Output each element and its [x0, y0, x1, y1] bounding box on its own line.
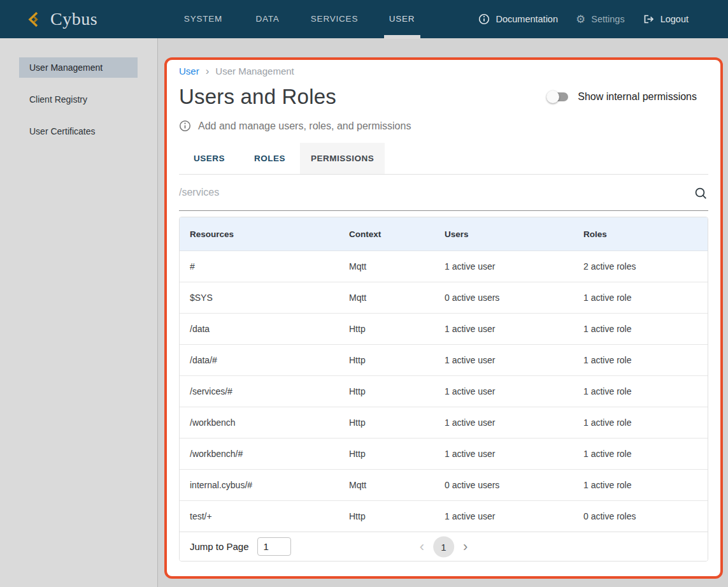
table-row[interactable]: /data Http 1 active user 1 active role: [180, 314, 708, 345]
cell-roles: 1 active role: [583, 417, 708, 428]
cell-resource: internal.cybus/#: [190, 480, 349, 490]
navbar-actions: Documentation ⚙ Settings Logout: [478, 0, 689, 38]
cell-context: Http: [349, 449, 445, 459]
permissions-table: Resources Context Users Roles # Mqtt 1 a…: [179, 217, 708, 562]
cell-users: 1 active user: [445, 511, 583, 521]
sidebar-item-client-registry[interactable]: Client Registry: [19, 89, 138, 110]
cell-resource: /workbench: [190, 417, 349, 428]
documentation-button[interactable]: Documentation: [478, 13, 558, 25]
cell-roles: 1 active role: [583, 293, 708, 303]
search-bar: [179, 175, 708, 211]
tab-roles[interactable]: ROLES: [239, 143, 300, 174]
top-navbar: Cybus SYSTEM DATA SERVICES USER Document…: [0, 0, 728, 38]
tab-permissions[interactable]: PERMISSIONS: [300, 143, 385, 174]
brand[interactable]: Cybus: [27, 0, 97, 38]
breadcrumb-link-user[interactable]: User: [179, 66, 199, 76]
cell-context: Http: [349, 417, 445, 428]
nav-item-services[interactable]: SERVICES: [311, 0, 358, 38]
search-icon[interactable]: [694, 187, 708, 200]
column-header-context: Context: [349, 229, 445, 239]
pagination: ‹ 1 ›: [420, 536, 468, 557]
cell-users: 0 active users: [445, 293, 583, 303]
column-header-users: Users: [445, 229, 583, 239]
cell-context: Mqtt: [349, 261, 445, 272]
toggle-label: Show internal permissions: [578, 91, 697, 103]
table-row[interactable]: test/+ Http 1 active user 0 active roles: [180, 501, 708, 532]
cell-resource: $SYS: [190, 293, 349, 303]
cell-roles: 1 active role: [583, 355, 708, 365]
table-footer: Jump to Page ‹ 1 ›: [180, 532, 708, 561]
sidebar-item-user-certificates[interactable]: User Certificates: [19, 121, 138, 141]
settings-label: Settings: [591, 14, 624, 24]
cell-users: 1 active user: [445, 449, 583, 459]
show-internal-permissions-toggle[interactable]: [546, 91, 569, 103]
cell-users: 1 active user: [445, 417, 583, 428]
jump-to-page-input[interactable]: [257, 537, 291, 556]
table-row[interactable]: /workbench Http 1 active user 1 active r…: [180, 407, 708, 438]
breadcrumb-current: User Management: [215, 66, 294, 76]
documentation-label: Documentation: [496, 14, 558, 24]
cell-resource: /workbench/#: [190, 449, 349, 459]
table-row[interactable]: /services/# Http 1 active user 1 active …: [180, 376, 708, 407]
gear-icon: ⚙: [576, 14, 585, 25]
main-content-panel: User › User Management Users and Roles S…: [164, 57, 723, 579]
info-icon: [478, 13, 490, 25]
table-row[interactable]: internal.cybus/# Mqtt 0 active users 1 a…: [180, 470, 708, 501]
table-header-row: Resources Context Users Roles: [180, 217, 708, 251]
page-description-row: Add and manage users, roles, and permiss…: [179, 120, 708, 132]
logout-button[interactable]: Logout: [643, 13, 689, 25]
table-row[interactable]: /workbench/# Http 1 active user 1 active…: [180, 438, 708, 470]
breadcrumb: User › User Management: [179, 66, 708, 76]
tab-users[interactable]: USERS: [179, 143, 239, 174]
cell-roles: 1 active role: [583, 480, 708, 490]
cell-context: Http: [349, 355, 445, 365]
previous-page-icon[interactable]: ‹: [420, 539, 424, 555]
cell-resource: /data: [190, 324, 349, 334]
current-page-button[interactable]: 1: [433, 536, 454, 557]
cell-users: 0 active users: [445, 480, 583, 490]
column-header-roles: Roles: [583, 229, 708, 239]
next-page-icon[interactable]: ›: [463, 539, 467, 555]
cell-users: 1 active user: [445, 355, 583, 365]
chevron-right-icon: ›: [206, 66, 210, 76]
cell-roles: 1 active role: [583, 449, 708, 459]
cell-roles: 1 active role: [583, 324, 708, 334]
cell-roles: 2 active roles: [583, 261, 708, 272]
active-nav-indicator: [384, 35, 420, 39]
cell-users: 1 active user: [445, 386, 583, 396]
cell-context: Mqtt: [349, 480, 445, 490]
settings-button[interactable]: ⚙ Settings: [576, 14, 625, 25]
cell-resource: /services/#: [190, 386, 349, 396]
cell-users: 1 active user: [445, 261, 583, 272]
cell-resource: #: [190, 261, 349, 272]
cell-context: Mqtt: [349, 293, 445, 303]
toggle-knob: [546, 91, 559, 103]
logout-icon: [643, 13, 655, 25]
cell-resource: /data/#: [190, 355, 349, 365]
table-row[interactable]: # Mqtt 1 active user 2 active roles: [180, 251, 708, 282]
cell-users: 1 active user: [445, 324, 583, 334]
cell-context: Http: [349, 386, 445, 396]
logout-label: Logout: [660, 14, 689, 24]
info-icon: [179, 120, 191, 132]
brand-name: Cybus: [50, 9, 97, 29]
page-description: Add and manage users, roles, and permiss…: [198, 120, 411, 132]
search-input[interactable]: [179, 187, 708, 198]
nav-item-user[interactable]: USER: [389, 0, 415, 38]
nav-item-system[interactable]: SYSTEM: [184, 0, 222, 38]
cell-roles: 1 active role: [583, 386, 708, 396]
left-sidebar: User Management Client Registry User Cer…: [0, 38, 158, 587]
jump-to-page-label: Jump to Page: [190, 541, 249, 552]
nav-item-data[interactable]: DATA: [255, 0, 279, 38]
internal-permissions-toggle-group: Show internal permissions: [546, 91, 708, 103]
table-row[interactable]: /data/# Http 1 active user 1 active role: [180, 345, 708, 376]
cybus-logo-icon: [27, 11, 44, 28]
column-header-resources: Resources: [190, 229, 349, 239]
sidebar-item-user-management[interactable]: User Management: [19, 57, 138, 78]
table-row[interactable]: $SYS Mqtt 0 active users 1 active role: [180, 282, 708, 314]
cell-roles: 0 active roles: [583, 511, 708, 521]
cell-context: Http: [349, 324, 445, 334]
app-window: Cybus SYSTEM DATA SERVICES USER Document…: [0, 0, 728, 587]
tab-bar: USERS ROLES PERMISSIONS: [179, 143, 708, 175]
cell-context: Http: [349, 511, 445, 521]
